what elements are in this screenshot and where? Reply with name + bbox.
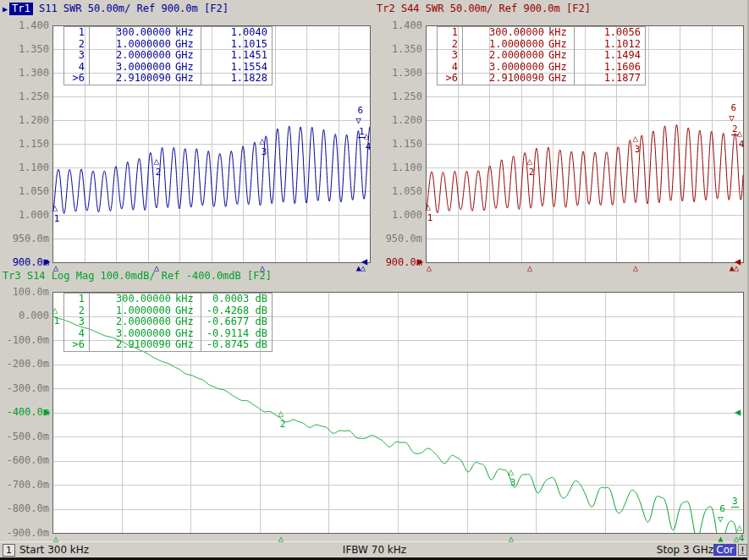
y-axis-label: 1.100 [5,162,49,174]
tr1-trace-name[interactable]: Tr1 [9,3,33,15]
ref-level-pointer-right[interactable]: ◀ [735,406,741,418]
marker-table-cell: GHz [544,73,575,85]
marker-table-cell: 1.1015 [201,39,272,51]
marker-table-row: >62.9100090GHz-0.8745 dB [64,339,272,351]
marker-table-cell: 1.1494 [575,50,645,62]
marker-1-glyph[interactable]: △ [426,202,432,211]
marker-table-cell: 2 [64,305,89,317]
tr2-edge-tag: 2 [731,124,739,135]
channel-number-box[interactable]: 1 [3,544,15,557]
marker-6-label: 6 [728,103,740,113]
marker-6-label: 6 [355,106,366,115]
marker-2-glyph[interactable]: △ [153,156,159,166]
y-axis-label: 1.350 [378,43,422,56]
marker-6-label: 6 [717,504,729,513]
y-axis-label: 1.250 [378,91,422,103]
marker-3-axis-indicator[interactable]: △ [633,264,638,272]
marker-2-axis-indicator[interactable]: △ [278,535,284,543]
marker-table-cell: -0.4268 dB [201,305,272,317]
ref-level-pointer-left[interactable]: ▶ [44,406,50,418]
y-axis-label: 1.050 [5,185,49,198]
marker-4-axis-indicator[interactable]: △ [361,264,366,272]
marker-table-row: 32.0000000GHz1.1494 [438,50,645,62]
tr3-trace-settings-label: S14 Log Mag 100.0mdB/ Ref -400.0mdB [F2] [21,270,272,282]
marker-table-cell: 1.1877 [575,73,645,85]
y-axis-label: 0.000 [5,310,49,322]
marker-table-cell: GHz [171,50,201,62]
y-axis-label: -600.0m [5,454,49,467]
marker-table-cell: 4 [64,328,89,340]
marker-2-axis-indicator[interactable]: △ [527,264,532,272]
marker-table-cell: 2 [64,39,89,51]
y-axis-label: 100.0m [5,286,49,299]
marker-table-row: 32.0000000GHz-0.6677 dB [64,316,272,328]
marker-4-axis-indicator[interactable]: △ [734,535,739,543]
sweep-start-label: Start 300 kHz [19,544,89,556]
tr1-trace-settings-label: S11 SWR 50.00m/ Ref 900.0m [F2] [33,3,229,14]
marker-table-cell: kHz [544,27,575,39]
marker-3-glyph[interactable]: △ [260,136,266,145]
marker-table-cell: 300.00000 [462,27,544,39]
marker-3-glyph[interactable]: △ [633,134,639,143]
marker-table-cell: GHz [171,316,201,328]
marker-table-cell: >6 [64,73,89,85]
sweep-stop-label: Stop 3 GHz [657,544,713,556]
marker-4-axis-indicator[interactable]: △ [734,264,739,272]
marker-table-cell: 2.9100090 [89,73,171,85]
marker-table-row: >62.9100090GHz1.1877 [438,73,645,85]
ref-level-pointer-left[interactable]: ▶ [44,255,50,267]
tr3-trace-header[interactable]: Tr3 S14 Log Mag 100.0mdB/ Ref -400.0mdB … [3,270,272,282]
marker-2-glyph[interactable]: △ [278,409,284,418]
marker-2-label: 2 [152,167,164,177]
tr1-trace-header[interactable]: ▶Tr1 S11 SWR 50.00m/ Ref 900.0m [F2] [3,3,229,15]
marker-4-glyph[interactable]: △ [737,523,743,532]
marker-table-cell: 300.00000 [89,294,171,305]
tr2-trace-name[interactable]: Tr2 [377,3,395,14]
marker-6-glyph[interactable]: ▽ [355,116,361,125]
tr2-marker-table: 1300.00000kHz1.005621.0000000GHz1.101232… [437,26,646,85]
marker-2-label: 2 [277,420,289,429]
y-axis-label: 1.300 [5,67,49,80]
marker-1-axis-indicator[interactable]: △ [53,535,58,543]
marker-table-cell: 1.1012 [575,39,645,51]
marker-table-row: 43.0000000GHz-0.9114 dB [64,328,272,340]
marker-1-axis-indicator[interactable]: △ [427,264,432,272]
marker-table-cell: 1.0000000 [462,39,544,51]
marker-6-axis-indicator[interactable]: ▲ [356,264,361,272]
marker-table-cell: 4 [438,62,462,74]
tr3-trace-name[interactable]: Tr3 [3,270,21,282]
ref-level-pointer-left[interactable]: ▶ [417,255,423,267]
tr3-edge-tag: 3 [731,497,739,508]
marker-table-cell: 1.1828 [201,73,272,85]
tr3-marker-table: 1300.00000kHz0.0003 dB21.0000000GHz-0.42… [63,293,273,352]
marker-table-cell: >6 [64,339,89,351]
marker-3-label: 3 [258,147,270,156]
marker-1-glyph[interactable]: △ [52,305,58,315]
marker-table-cell: >6 [438,73,462,85]
marker-3-glyph[interactable]: △ [509,467,515,476]
marker-1-glyph[interactable]: △ [52,203,58,212]
marker-6-glyph[interactable]: ▽ [718,514,724,524]
marker-table-cell: 2.9100090 [89,339,171,351]
y-axis-label: 1.400 [5,19,49,32]
marker-table-cell: GHz [544,50,575,62]
marker-6-axis-indicator[interactable]: ▲ [719,535,724,543]
y-axis-label: 1.000 [378,209,422,222]
marker-2-glyph[interactable]: △ [526,156,532,166]
marker-table-row: 1300.00000kHz1.0056 [438,27,645,39]
marker-table-cell: kHz [171,27,201,39]
marker-6-glyph[interactable]: ▽ [729,113,735,123]
y-axis-label: 900.0m [5,256,49,269]
y-axis-label: 1.200 [378,114,422,127]
marker-table-cell: GHz [171,339,201,351]
marker-3-axis-indicator[interactable]: △ [509,535,514,543]
tr2-trace-settings-label: S44 SWR 50.00m/ Ref 900.0m [F2] [395,3,591,14]
marker-table-cell: 0.0003 dB [201,294,272,305]
marker-table-cell: 3 [438,50,462,62]
marker-table-cell: 1.0040 [201,27,272,39]
y-axis-label: 1.300 [378,67,422,80]
tr2-trace-header[interactable]: Tr2 S44 SWR 50.00m/ Ref 900.0m [F2] [377,3,591,14]
marker-6-axis-indicator[interactable]: ▲ [730,264,735,272]
correction-status-badge: Cor [713,544,736,556]
y-axis-label: -800.0m [5,502,49,515]
